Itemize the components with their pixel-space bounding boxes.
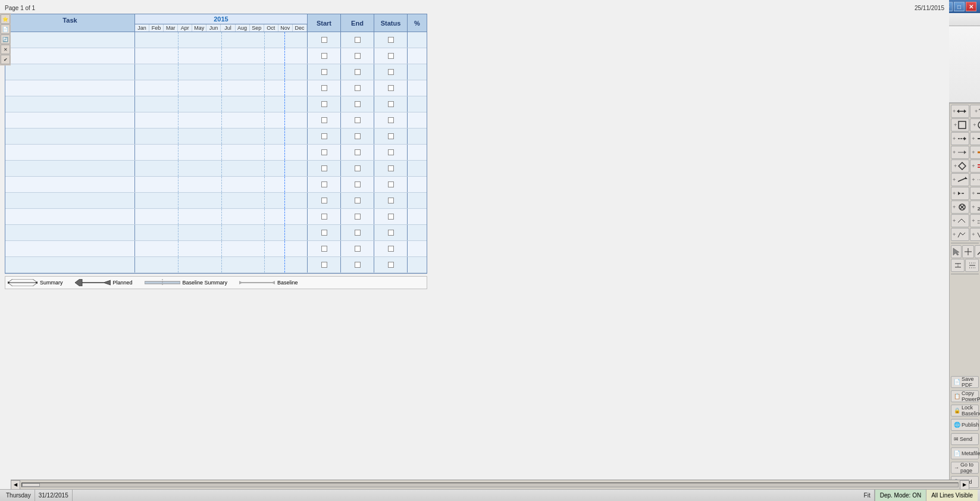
go-to-page-btn[interactable]: → Go to page (951, 462, 979, 474)
pointer-tool[interactable] (951, 245, 962, 258)
status-cell[interactable] (374, 257, 408, 273)
metafile-btn[interactable]: 📄 Metafile (951, 447, 979, 459)
end-cell[interactable] (341, 48, 374, 64)
table-row[interactable] (5, 129, 427, 145)
end-cell[interactable] (341, 241, 374, 256)
status-cell[interactable] (374, 129, 408, 144)
send-btn[interactable]: ✉ Send (951, 433, 979, 445)
pct-cell[interactable] (408, 257, 427, 273)
start-cell[interactable] (308, 161, 341, 176)
sidebar-icon-5[interactable]: ✔ (1, 55, 10, 64)
task-cell[interactable] (5, 48, 135, 64)
pct-cell[interactable] (408, 96, 427, 112)
task-cell[interactable] (5, 112, 135, 128)
status-cell[interactable] (374, 145, 408, 160)
scroll-track-h[interactable] (21, 483, 959, 487)
calendar-cell[interactable] (135, 241, 308, 256)
pct-cell[interactable] (408, 64, 427, 80)
tool-plus-btn-14[interactable]: + (970, 187, 980, 200)
tool-plus-btn-18[interactable]: + (970, 214, 980, 227)
tool-plus-btn-7[interactable]: + (951, 146, 969, 159)
pct-cell[interactable] (408, 209, 427, 224)
start-cell[interactable] (308, 80, 341, 96)
status-cell[interactable] (374, 80, 408, 96)
status-cell[interactable] (374, 193, 408, 208)
table-row[interactable] (5, 64, 427, 80)
calendar-cell[interactable] (135, 209, 308, 224)
line-tool[interactable] (975, 245, 980, 258)
start-cell[interactable] (308, 32, 341, 48)
calendar-cell[interactable] (135, 48, 308, 64)
pct-cell[interactable] (408, 225, 427, 240)
start-cell[interactable] (308, 177, 341, 192)
table-row[interactable] (5, 80, 427, 96)
scroll-left-btn[interactable]: ◀ (11, 480, 20, 490)
task-cell[interactable] (5, 257, 135, 273)
save-pdf-btn[interactable]: 📄 Save PDF (951, 376, 979, 388)
pct-cell[interactable] (408, 193, 427, 208)
table-row[interactable] (5, 48, 427, 64)
calendar-cell[interactable] (135, 80, 308, 96)
task-cell[interactable] (5, 32, 135, 48)
end-cell[interactable] (341, 112, 374, 128)
end-cell[interactable] (341, 177, 374, 192)
calendar-cell[interactable] (135, 161, 308, 176)
end-cell[interactable] (341, 129, 374, 144)
status-cell[interactable] (374, 177, 408, 192)
pct-cell[interactable] (408, 48, 427, 64)
end-cell[interactable] (341, 145, 374, 160)
sidebar-icon-4[interactable]: ✕ (1, 45, 10, 54)
calendar-cell[interactable] (135, 193, 308, 208)
task-cell[interactable] (5, 225, 135, 240)
start-cell[interactable] (308, 209, 341, 224)
start-cell[interactable] (308, 257, 341, 273)
status-cell[interactable] (374, 48, 408, 64)
copy-powerpoint-btn[interactable]: 📋 Copy PowerP (951, 390, 979, 402)
table-row[interactable] (5, 161, 427, 177)
task-cell[interactable] (5, 177, 135, 192)
tool-plus-btn-12[interactable]: + (970, 173, 980, 186)
tool-plus-btn-11[interactable]: + (951, 173, 969, 186)
status-cell[interactable] (374, 225, 408, 240)
table-row[interactable] (5, 257, 427, 273)
task-cell[interactable] (5, 80, 135, 96)
table-row[interactable] (5, 96, 427, 112)
scroll-thumb-h[interactable] (22, 483, 40, 487)
calendar-cell[interactable] (135, 257, 308, 273)
calendar-cell[interactable] (135, 145, 308, 160)
calendar-cell[interactable] (135, 177, 308, 192)
start-cell[interactable] (308, 225, 341, 240)
status-cell[interactable] (374, 209, 408, 224)
end-cell[interactable] (341, 257, 374, 273)
status-cell[interactable] (374, 32, 408, 48)
table-row[interactable] (5, 241, 427, 257)
end-cell[interactable] (341, 193, 374, 208)
calendar-cell[interactable] (135, 225, 308, 240)
tool-plus-btn-19[interactable]: + (951, 228, 969, 241)
table-row[interactable] (5, 193, 427, 209)
crosshair-tool[interactable] (962, 245, 974, 258)
tool-plus-btn-20[interactable]: + (970, 228, 980, 241)
task-cell[interactable] (5, 129, 135, 144)
tool-plus-btn-4[interactable]: + (970, 118, 980, 131)
tool-plus-btn-15[interactable]: + (951, 201, 969, 214)
status-cell[interactable] (374, 241, 408, 256)
start-cell[interactable] (308, 129, 341, 144)
end-cell[interactable] (341, 64, 374, 80)
pct-cell[interactable] (408, 145, 427, 160)
start-cell[interactable] (308, 241, 341, 256)
end-cell[interactable] (341, 161, 374, 176)
split-tool-1[interactable] (951, 259, 965, 272)
tool-plus-btn-6[interactable]: + (970, 132, 980, 145)
status-cell[interactable] (374, 96, 408, 112)
start-cell[interactable] (308, 112, 341, 128)
outer-close-btn[interactable]: ✕ (966, 2, 976, 11)
table-row[interactable] (5, 32, 427, 48)
start-cell[interactable] (308, 145, 341, 160)
pct-cell[interactable] (408, 177, 427, 192)
table-row[interactable] (5, 177, 427, 193)
tool-plus-btn-5[interactable]: + (951, 132, 969, 145)
calendar-cell[interactable] (135, 32, 308, 48)
pct-cell[interactable] (408, 80, 427, 96)
tool-plus-btn-9[interactable]: + (951, 159, 969, 173)
